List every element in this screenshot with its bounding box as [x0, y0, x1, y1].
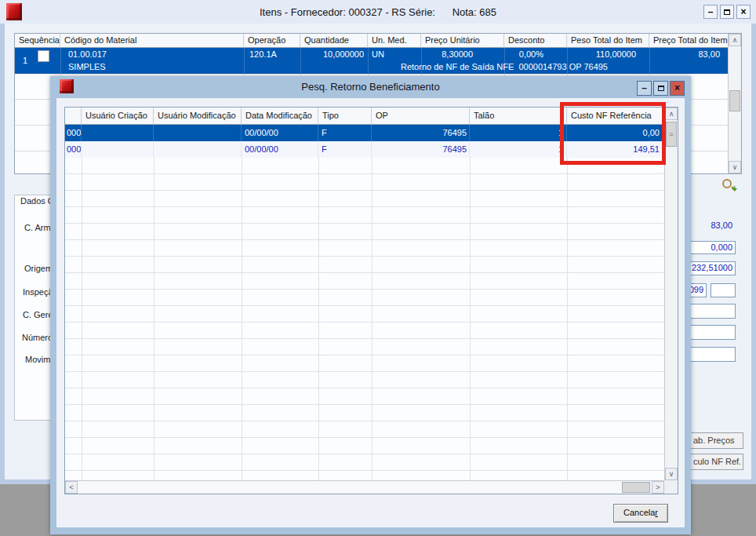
maximize-icon [724, 9, 730, 15]
table-row[interactable]: 1 01.00.017 SIMPLES 120.1A 10,000000 UN … [15, 48, 728, 74]
pesq-retorno-beneficiamento-dialog: Pesq. Retorno Beneficiamento – × Usuário… [50, 76, 691, 534]
results-table-header: Usuário Criação Usuário Modificação Data… [65, 108, 664, 125]
scroll-up-icon[interactable]: ∧ [665, 108, 678, 120]
close-icon: × [740, 6, 746, 17]
row-desconto: 0,00% [504, 49, 543, 59]
column-header-code[interactable] [65, 108, 82, 125]
cell-usuario-modificacao [154, 125, 242, 141]
cell-talao: 1 [470, 141, 567, 158]
thumb-grip-icon: ≡ [669, 130, 673, 138]
column-header-peso-total[interactable]: Peso Total do Item [567, 34, 649, 48]
scroll-left-icon[interactable]: < [65, 481, 78, 494]
cell-tipo: F [318, 141, 372, 158]
column-header-sequencia[interactable]: Sequência [15, 34, 60, 48]
column-header-quantidade[interactable]: Quantidade [300, 34, 368, 48]
cancel-button-accelerator: r [655, 508, 658, 517]
field-label-inspecao: Inspeçã [23, 287, 53, 297]
scroll-right-icon[interactable]: > [652, 481, 664, 494]
cancel-button-label: Cancela [623, 508, 655, 517]
cell-usuario-criacao [82, 125, 154, 141]
cell-op: 76495 [372, 125, 470, 141]
cell-custo-nf-referencia: 149,51 [567, 141, 664, 158]
cell-code: 000 [65, 125, 82, 141]
scrollbar-corner [664, 480, 678, 494]
row-checkbox[interactable] [38, 50, 49, 62]
row-preco-unitario: 8,30000 [421, 49, 473, 59]
panel-title-label: Dados C [20, 196, 54, 206]
main-window-titlebar[interactable]: Itens - Fornecedor: 000327 - RS Série: N… [0, 0, 756, 24]
scroll-up-icon[interactable]: ∧ [729, 34, 741, 46]
cell-op: 76495 [372, 141, 470, 158]
field-label-numero: Número [22, 333, 53, 342]
minimize-icon: – [642, 82, 647, 93]
horizontal-scrollbar-thumb[interactable] [622, 482, 650, 493]
maximize-icon [658, 86, 664, 91]
cell-usuario-modificacao [154, 141, 242, 158]
scroll-down-icon[interactable]: ∨ [729, 161, 741, 173]
row-peso-total: 110,00000 [567, 49, 636, 59]
column-header-op[interactable]: OP [372, 108, 470, 125]
plus-icon: + [732, 185, 737, 192]
dialog-minimize-button[interactable]: – [637, 81, 652, 96]
dialog-maximize-button[interactable] [653, 81, 668, 96]
scroll-down-icon[interactable]: ∨ [665, 468, 678, 480]
row-codigo: 01.00.017 [68, 49, 107, 59]
items-table-vertical-scrollbar[interactable]: ∧ ∨ [728, 34, 741, 173]
vertical-scrollbar-thumb[interactable] [729, 90, 740, 111]
cell-talao: 1 [470, 125, 567, 141]
items-table-header: Sequência Código do Material Operação Qu… [15, 34, 728, 48]
pesq-results-table: Usuário Criação Usuário Modificação Data… [64, 107, 678, 494]
row-retorno-nf-text: Retorno de NF de Saída NFE 0000014793 OP… [401, 62, 608, 71]
zoom-add-icon[interactable]: + [721, 178, 737, 194]
cell-tipo: F [318, 125, 372, 141]
column-header-desconto[interactable]: Desconto [504, 34, 567, 48]
maximize-button[interactable] [720, 5, 734, 19]
cell-data-modificacao: 00/00/00 [242, 141, 318, 158]
dialog-title: Pesq. Retorno Beneficiamento [50, 81, 691, 93]
column-header-usuario-modificacao[interactable]: Usuário Modificação [154, 108, 242, 125]
column-header-operacao[interactable]: Operação [244, 34, 300, 48]
vertical-scrollbar-thumb[interactable]: ≡ [666, 122, 677, 147]
results-vertical-scrollbar[interactable]: ∧ ≡ ∨ [664, 108, 678, 480]
row-operacao: 120.1A [249, 49, 277, 59]
field-label-origem: Origem [24, 264, 53, 273]
row-un-med: UN [372, 49, 384, 59]
column-header-preco-unitario[interactable]: Preço Unitário [421, 34, 504, 48]
column-header-tipo[interactable]: Tipo [318, 108, 372, 125]
column-header-data-modificacao[interactable]: Data Modificação [242, 108, 318, 125]
table-row-selected[interactable]: 000 00/00/00 F 76495 1 0,00 [65, 125, 664, 141]
table-row[interactable]: 000 00/00/00 F 76495 1 149,51 [65, 141, 664, 158]
close-icon: × [674, 82, 680, 93]
row-sequence-number: 1 [23, 56, 27, 65]
results-table-empty-rows [65, 158, 664, 480]
main-window-title: Itens - Fornecedor: 000327 - RS Série: N… [0, 6, 756, 18]
column-header-un-med[interactable]: Un. Med. [368, 34, 421, 48]
row-codigo-descricao: SIMPLES [68, 62, 106, 71]
dialog-close-button[interactable]: × [670, 81, 685, 96]
cancel-button[interactable]: Cancelar [613, 504, 668, 523]
minimize-button[interactable]: – [703, 5, 718, 19]
close-button[interactable]: × [736, 5, 751, 19]
minimize-icon: – [708, 6, 714, 17]
field-label-c-gerencial: C. Gere [23, 310, 53, 319]
desktop-background: Itens - Fornecedor: 000327 - RS Série: N… [0, 0, 756, 536]
results-horizontal-scrollbar[interactable]: < > [65, 480, 664, 494]
cell-custo-nf-referencia: 0,00 [567, 125, 664, 141]
column-header-preco-total[interactable]: Preço Total do Item [649, 34, 728, 48]
cell-usuario-criacao [82, 141, 154, 158]
cell-data-modificacao: 00/00/00 [242, 125, 318, 141]
row-quantidade: 10,000000 [300, 49, 364, 59]
column-header-codigo[interactable]: Código do Material [60, 34, 244, 48]
column-header-talao[interactable]: Talão [470, 108, 567, 125]
row-preco-total: 83,00 [649, 49, 720, 59]
cell-code: 000 [65, 141, 82, 158]
column-header-custo-nf-referencia[interactable]: Custo NF Referência [567, 108, 664, 125]
field-extra-input[interactable] [711, 283, 736, 297]
column-header-usuario-criacao[interactable]: Usuário Criação [82, 108, 154, 125]
